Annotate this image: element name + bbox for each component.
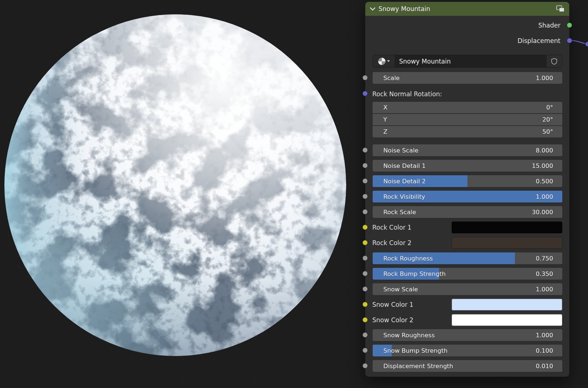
noise-detail-1-slider[interactable]: Noise Detail 1 15.000 bbox=[373, 160, 562, 172]
rock-bump-strength-slider[interactable]: Rock Bump Strength 0.350 bbox=[373, 268, 562, 280]
axis-label: X bbox=[383, 104, 387, 111]
browse-group-button[interactable] bbox=[373, 55, 395, 68]
input-socket-displacement-strength[interactable] bbox=[362, 363, 368, 369]
slider-label: Rock Roughness bbox=[383, 255, 433, 262]
slider-value: 15.000 bbox=[532, 162, 553, 169]
snow-scale-slider[interactable]: Snow Scale 1.000 bbox=[373, 283, 562, 295]
fake-user-button[interactable] bbox=[546, 55, 562, 68]
node-header[interactable]: Snowy Mountain bbox=[365, 2, 569, 16]
slider-label: Snow Roughness bbox=[383, 332, 435, 339]
color-label: Rock Color 2 bbox=[372, 237, 412, 249]
rotation-x-field[interactable]: X 0° bbox=[373, 102, 562, 113]
rock-color-1-row: Rock Color 1 bbox=[365, 222, 569, 233]
axis-value: 0° bbox=[546, 104, 553, 111]
input-socket-rock-color-1[interactable] bbox=[362, 224, 368, 230]
rock-visibility-slider[interactable]: Rock Visibility 1.000 bbox=[373, 191, 562, 202]
output-label-shader: Shader bbox=[538, 22, 560, 29]
output-row-displacement: Displacement bbox=[365, 35, 569, 47]
material-sphere-icon bbox=[378, 58, 386, 65]
slider-value: 8.000 bbox=[536, 147, 553, 154]
input-socket-rock-visibility[interactable] bbox=[362, 194, 368, 199]
slider-value: 0.750 bbox=[536, 255, 553, 262]
slider-label: Noise Detail 2 bbox=[383, 178, 426, 185]
output-label-displacement: Displacement bbox=[517, 37, 560, 44]
slider-label: Rock Scale bbox=[383, 209, 416, 216]
rock-color-2-row: Rock Color 2 bbox=[365, 237, 569, 249]
node-group-icon bbox=[556, 5, 565, 12]
slider-label: Rock Bump Strength bbox=[383, 270, 446, 277]
axis-label: Z bbox=[383, 128, 387, 135]
snow-color-2-swatch[interactable] bbox=[452, 314, 562, 326]
snow-color-2-row: Snow Color 2 bbox=[365, 314, 569, 326]
input-socket-snow-color-1[interactable] bbox=[362, 302, 368, 307]
input-socket-snow-bump-strength[interactable] bbox=[362, 348, 368, 353]
slider-value: 0.500 bbox=[536, 178, 553, 185]
slider-label: Displacement Strength bbox=[383, 363, 453, 370]
slider-label: Scale bbox=[383, 75, 399, 82]
input-socket-snow-color-2[interactable] bbox=[362, 317, 368, 323]
axis-label: Y bbox=[383, 116, 387, 123]
color-label: Snow Color 2 bbox=[372, 314, 413, 326]
slider-value: 0.350 bbox=[536, 270, 553, 277]
input-socket-noise-detail-1[interactable] bbox=[362, 163, 368, 168]
output-socket-displacement[interactable] bbox=[567, 38, 572, 43]
input-socket-snow-roughness[interactable] bbox=[362, 332, 368, 338]
slider-label: Snow Bump Strength bbox=[383, 347, 448, 354]
output-socket-shader[interactable] bbox=[567, 22, 572, 28]
noise-detail-2-slider[interactable]: Noise Detail 2 0.500 bbox=[373, 175, 562, 187]
material-preview-sphere bbox=[0, 0, 365, 388]
input-socket-rock-bump-strength[interactable] bbox=[362, 271, 368, 276]
slider-value: 1.000 bbox=[536, 193, 553, 200]
input-socket-rock-roughness[interactable] bbox=[362, 255, 368, 261]
slider-value: 1.000 bbox=[536, 75, 553, 82]
input-socket-rock-color-2[interactable] bbox=[362, 240, 368, 245]
rock-color-1-swatch[interactable] bbox=[452, 222, 562, 233]
rock-roughness-slider[interactable]: Rock Roughness 0.750 bbox=[373, 252, 562, 264]
slider-value: 1.000 bbox=[536, 332, 553, 339]
node-snowy-mountain[interactable]: Snowy Mountain Shader Displacement Snowy… bbox=[365, 1, 570, 377]
slider-value: 30.000 bbox=[532, 209, 553, 216]
snow-bump-strength-slider[interactable]: Snow Bump Strength 0.100 bbox=[373, 345, 562, 356]
scale-slider[interactable]: Scale 1.000 bbox=[373, 72, 562, 84]
input-socket-rock-scale[interactable] bbox=[362, 209, 368, 215]
node-title: Snowy Mountain bbox=[379, 5, 553, 12]
input-socket-scale[interactable] bbox=[362, 75, 368, 80]
chevron-down-icon bbox=[387, 60, 390, 62]
slider-value: 0.100 bbox=[536, 347, 553, 354]
snow-color-1-swatch[interactable] bbox=[452, 299, 562, 310]
input-socket-noise-detail-2[interactable] bbox=[362, 178, 368, 184]
displacement-strength-slider[interactable]: Displacement Strength 0.010 bbox=[373, 360, 562, 372]
color-label: Snow Color 1 bbox=[372, 299, 413, 310]
slider-label: Rock Visibility bbox=[383, 193, 425, 200]
output-row-shader: Shader bbox=[365, 19, 569, 31]
slider-label: Snow Scale bbox=[383, 286, 418, 293]
noise-scale-slider[interactable]: Noise Scale 8.000 bbox=[373, 144, 562, 156]
rock-scale-slider[interactable]: Rock Scale 30.000 bbox=[373, 206, 562, 218]
collapse-chevron-icon[interactable] bbox=[370, 7, 376, 11]
color-label: Rock Color 1 bbox=[372, 222, 412, 233]
snow-color-1-row: Snow Color 1 bbox=[365, 299, 569, 310]
input-socket-snow-scale[interactable] bbox=[362, 286, 368, 292]
rock-normal-rotation-heading: Rock Normal Rotation: bbox=[372, 89, 442, 99]
slider-value: 1.000 bbox=[536, 286, 553, 293]
slider-label: Noise Scale bbox=[383, 147, 418, 154]
slider-value: 0.010 bbox=[536, 363, 553, 370]
node-editor-canvas[interactable]: Snowy Mountain Shader Displacement Snowy… bbox=[0, 0, 588, 388]
axis-value: 50° bbox=[542, 128, 553, 135]
input-socket-noise-scale[interactable] bbox=[362, 147, 368, 153]
input-socket-rock-normal-rotation[interactable] bbox=[362, 91, 368, 96]
rock-color-2-swatch[interactable] bbox=[452, 237, 562, 249]
shield-icon bbox=[551, 58, 557, 65]
rotation-y-field[interactable]: Y 20° bbox=[373, 114, 562, 125]
group-name-field[interactable]: Snowy Mountain bbox=[395, 55, 546, 68]
slider-label: Noise Detail 1 bbox=[383, 162, 426, 169]
rotation-z-field[interactable]: Z 50° bbox=[373, 126, 562, 137]
axis-value: 20° bbox=[542, 116, 553, 123]
snow-roughness-slider[interactable]: Snow Roughness 1.000 bbox=[373, 329, 562, 341]
node-group-selector: Snowy Mountain bbox=[373, 55, 562, 68]
